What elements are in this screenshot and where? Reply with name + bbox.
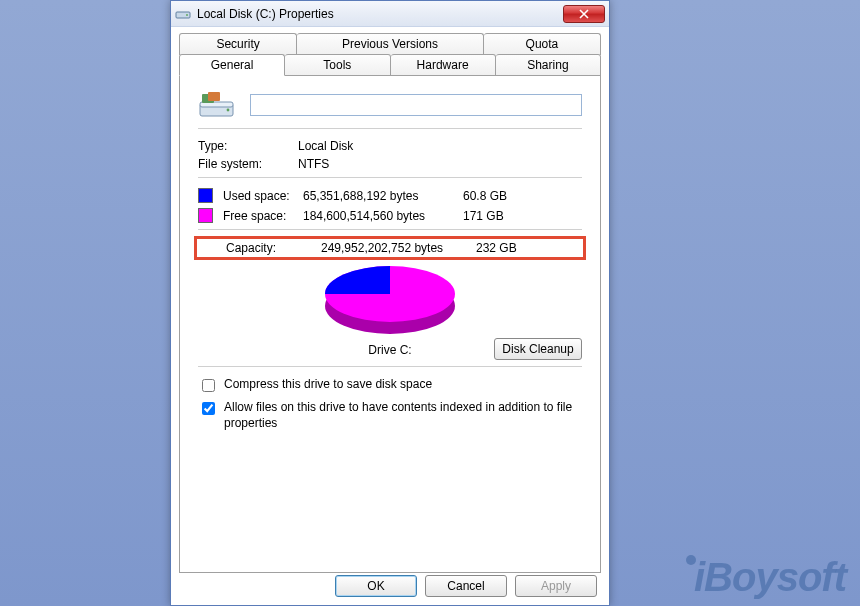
free-label: Free space: (223, 209, 303, 223)
tab-row-back: Security Previous Versions Quota (179, 33, 601, 55)
type-label: Type: (198, 139, 298, 153)
capacity-bytes: 249,952,202,752 bytes (321, 241, 476, 255)
close-button[interactable] (563, 5, 605, 23)
compress-checkbox[interactable] (202, 379, 215, 392)
window-title: Local Disk (C:) Properties (197, 7, 563, 21)
capacity-row: Capacity: 249,952,202,752 bytes 232 GB (201, 241, 579, 255)
divider (198, 177, 582, 178)
used-human: 60.8 GB (463, 189, 523, 203)
type-row: Type: Local Disk (198, 139, 582, 153)
properties-dialog: Local Disk (C:) Properties Security Prev… (170, 0, 610, 606)
compress-checkbox-row: Compress this drive to save disk space (198, 377, 582, 395)
svg-point-4 (227, 109, 230, 112)
free-bytes: 184,600,514,560 bytes (303, 209, 463, 223)
used-space-row: Used space: 65,351,688,192 bytes 60.8 GB (198, 188, 582, 203)
svg-rect-6 (208, 92, 220, 101)
cancel-button[interactable]: Cancel (425, 575, 507, 597)
used-label: Used space: (223, 189, 303, 203)
pie-chart (325, 266, 455, 334)
drive-icon (198, 90, 236, 120)
used-swatch-icon (198, 188, 213, 203)
watermark-logo: iBoysoft (686, 555, 846, 600)
divider (198, 128, 582, 129)
capacity-label: Capacity: (226, 241, 321, 255)
type-value: Local Disk (298, 139, 582, 153)
free-swatch-icon (198, 208, 213, 223)
filesystem-value: NTFS (298, 157, 582, 171)
drive-chart-label: Drive C: (368, 343, 411, 357)
ok-button[interactable]: OK (335, 575, 417, 597)
titlebar[interactable]: Local Disk (C:) Properties (171, 1, 609, 27)
disk-cleanup-button[interactable]: Disk Cleanup (494, 338, 582, 360)
free-human: 171 GB (463, 209, 523, 223)
drive-header (198, 90, 582, 120)
tab-general[interactable]: General (179, 54, 285, 76)
dialog-button-row: OK Cancel Apply (335, 575, 597, 597)
tab-previous-versions[interactable]: Previous Versions (297, 33, 484, 55)
tab-panel-general: Type: Local Disk File system: NTFS Used … (179, 75, 601, 573)
tab-tools[interactable]: Tools (285, 54, 390, 76)
filesystem-label: File system: (198, 157, 298, 171)
tab-sharing[interactable]: Sharing (496, 54, 601, 76)
tabs-area: Security Previous Versions Quota General… (171, 27, 609, 573)
free-space-row: Free space: 184,600,514,560 bytes 171 GB (198, 208, 582, 223)
tab-row-front: General Tools Hardware Sharing (179, 54, 601, 76)
drive-name-input[interactable] (250, 94, 582, 116)
capacity-human: 232 GB (476, 241, 536, 255)
apply-button[interactable]: Apply (515, 575, 597, 597)
used-bytes: 65,351,688,192 bytes (303, 189, 463, 203)
index-label: Allow files on this drive to have conten… (224, 400, 582, 431)
index-checkbox[interactable] (202, 402, 215, 415)
index-checkbox-row: Allow files on this drive to have conten… (198, 400, 582, 431)
capacity-highlight: Capacity: 249,952,202,752 bytes 232 GB (194, 236, 586, 260)
close-icon (579, 9, 589, 19)
tab-security[interactable]: Security (179, 33, 297, 55)
drive-icon-small (175, 6, 191, 22)
filesystem-row: File system: NTFS (198, 157, 582, 171)
tab-hardware[interactable]: Hardware (391, 54, 496, 76)
svg-point-1 (186, 14, 188, 16)
tab-quota[interactable]: Quota (484, 33, 601, 55)
compress-label: Compress this drive to save disk space (224, 377, 432, 393)
pie-area: Drive C: Disk Cleanup (198, 266, 582, 360)
divider (198, 229, 582, 230)
divider (198, 366, 582, 367)
